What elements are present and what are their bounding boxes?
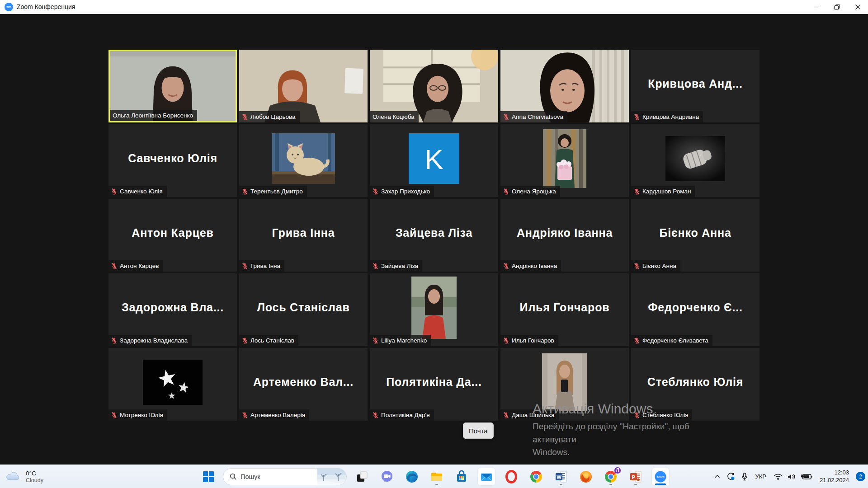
- participant-tile[interactable]: Бієнко АннаБієнко Анна: [631, 199, 760, 272]
- svg-text:K: K: [425, 144, 443, 175]
- battery-icon[interactable]: [801, 473, 812, 480]
- system-tray: УКР 12:03 21.02.2024 2: [714, 465, 865, 488]
- participant-tile[interactable]: Андріяко ІваннаАндріяко Іванна: [500, 199, 629, 272]
- microphone-muted-icon: [503, 412, 509, 418]
- microphone-muted-icon: [503, 113, 509, 120]
- tray-status-icons: [774, 473, 812, 480]
- participant-name-text: Артеменко Валерія: [250, 412, 305, 418]
- participant-name-text: Кардашов Роман: [642, 188, 691, 195]
- microphone-muted-icon: [373, 412, 378, 418]
- close-icon[interactable]: [847, 0, 868, 14]
- participant-name-text: Ольга Леонтіївна Борисенко: [113, 112, 193, 119]
- volume-icon[interactable]: [787, 473, 796, 480]
- search-input[interactable]: [241, 473, 313, 480]
- language-indicator[interactable]: УКР: [755, 473, 766, 480]
- participant-tile[interactable]: Любов Царьова: [239, 50, 368, 122]
- participant-name-label: Федорченко Єлизавета: [631, 335, 712, 346]
- participant-tile[interactable]: Ольга Леонтіївна Борисенко: [108, 50, 237, 122]
- mail-icon[interactable]: [477, 468, 495, 486]
- participant-name-label: Савченко Юлія: [108, 186, 167, 197]
- chrome-profile-icon[interactable]: Л: [602, 468, 620, 486]
- participant-tile[interactable]: Anna Cherviatsova: [500, 50, 629, 122]
- microsoft-store-icon[interactable]: [453, 468, 471, 486]
- participant-name-text: Зайцева Ліза: [381, 263, 418, 269]
- participant-tile[interactable]: Даша Шпилька: [500, 348, 629, 421]
- taskbar-clock[interactable]: 12:03 21.02.2024: [820, 469, 849, 484]
- mail-tooltip: Почта: [463, 422, 494, 439]
- participant-name-label: Liliya Marchenko: [370, 335, 431, 346]
- participant-tile[interactable]: Полятикіна Да...Полятикіна Дар'я: [370, 348, 498, 421]
- zoom-icon[interactable]: zoom: [651, 468, 670, 486]
- weather-temperature: 0°C: [26, 470, 43, 477]
- participant-name-label: Грива Інна: [239, 260, 284, 272]
- restore-icon[interactable]: [826, 0, 847, 14]
- participant-tile[interactable]: Кривцова Анд...Кривцова Андриана: [631, 50, 760, 122]
- participant-tile[interactable]: Грива ІннаГрива Інна: [239, 199, 368, 272]
- participant-name-label: Любов Царьова: [239, 111, 300, 122]
- microphone-muted-icon: [111, 412, 117, 418]
- running-indicator: [609, 484, 612, 485]
- notification-badge[interactable]: 2: [856, 472, 865, 481]
- wifi-icon[interactable]: [774, 473, 783, 480]
- participant-tile[interactable]: Зайцева ЛізаЗайцева Ліза: [370, 199, 498, 272]
- start-slot: [199, 468, 217, 486]
- microphone-muted-icon: [634, 113, 640, 120]
- participant-tile[interactable]: KЗахар Приходько: [370, 124, 498, 197]
- participant-tile[interactable]: Илья ГончаровИлья Гончаров: [500, 273, 629, 346]
- microphone-muted-icon: [111, 337, 117, 344]
- participant-name-label: Зайцева Ліза: [370, 260, 422, 272]
- chevron-up-icon[interactable]: [714, 473, 721, 480]
- teams-chat-icon[interactable]: [378, 468, 396, 486]
- participant-name-text: Мотренко Юлія: [120, 412, 163, 418]
- word-icon[interactable]: W: [552, 468, 570, 486]
- participant-tile[interactable]: Олена Коцюба: [370, 50, 498, 122]
- edge-icon[interactable]: [403, 468, 421, 486]
- microphone-icon[interactable]: [741, 473, 748, 481]
- participant-name-label: Лось Станіслав: [239, 335, 298, 346]
- microphone-muted-icon: [242, 188, 248, 195]
- participant-name-label: Андріяко Іванна: [500, 260, 561, 272]
- participant-tile[interactable]: Антон КарцевАнтон Карцев: [108, 199, 237, 272]
- meeting-area: Ольга Леонтіївна БорисенкоЛюбов ЦарьоваО…: [0, 14, 868, 465]
- participant-tile[interactable]: Стеблянко ЮліяСтеблянко Юлія: [631, 348, 760, 421]
- clock-time: 12:03: [820, 469, 849, 477]
- firefox-icon[interactable]: [577, 468, 595, 486]
- participant-tile[interactable]: Терентьєв Дмитро: [239, 124, 368, 197]
- microphone-muted-icon: [373, 337, 378, 344]
- search-box[interactable]: [223, 468, 347, 485]
- participant-name-text: Стеблянко Юлія: [642, 412, 688, 418]
- weather-widget[interactable]: 0°C Cloudy: [5, 465, 43, 488]
- participant-tile[interactable]: Федорченко Є...Федорченко Єлизавета: [631, 273, 760, 346]
- cloud-icon: [5, 470, 22, 483]
- participant-tile[interactable]: Олена Яроцька: [500, 124, 629, 197]
- chrome-icon[interactable]: [527, 468, 545, 486]
- file-explorer-icon[interactable]: [428, 468, 446, 486]
- participant-tile[interactable]: Артеменко Вал...Артеменко Валерія: [239, 348, 368, 421]
- running-indicator: [435, 484, 438, 485]
- watermark-line1: Перейдіть до розділу "Настройки", щоб ак…: [533, 420, 731, 446]
- participant-tile[interactable]: Кардашов Роман: [631, 124, 760, 197]
- minimize-icon[interactable]: [806, 0, 826, 14]
- participant-tile[interactable]: Задорожна Вла...Задорожна Владислава: [108, 273, 237, 346]
- active-app-indicator: [655, 483, 666, 485]
- svg-text:P: P: [632, 474, 635, 479]
- start-icon[interactable]: [199, 468, 217, 486]
- participant-name-label: Олена Коцюба: [370, 111, 419, 122]
- participant-tile[interactable]: Савченко ЮліяСавченко Юлія: [108, 124, 237, 197]
- tray-icons: [714, 473, 748, 481]
- participant-tile[interactable]: Лось СтаніславЛось Станіслав: [239, 273, 368, 346]
- participant-name-label: Задорожна Владислава: [108, 335, 192, 346]
- microphone-muted-icon: [503, 337, 509, 344]
- participant-name-text: Олена Коцюба: [373, 113, 415, 120]
- microphone-muted-icon: [111, 263, 117, 269]
- participant-name-text: Терентьєв Дмитро: [250, 188, 303, 195]
- task-view-icon[interactable]: [353, 468, 371, 486]
- participant-name-label: Anna Cherviatsova: [500, 111, 567, 122]
- participant-tile[interactable]: Мотренко Юлія: [108, 348, 237, 421]
- opera-icon[interactable]: [502, 468, 520, 486]
- powerpoint-icon[interactable]: P: [627, 468, 645, 486]
- participant-tile[interactable]: Liliya Marchenko: [370, 273, 498, 346]
- sync-icon[interactable]: [726, 473, 736, 481]
- participant-name-text: Anna Cherviatsova: [512, 113, 563, 120]
- zoom-app-icon: zm: [5, 3, 13, 11]
